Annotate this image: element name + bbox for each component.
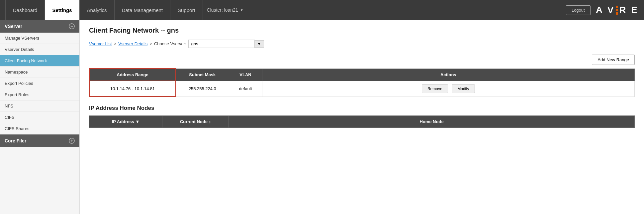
sidebar-item-client-facing-network[interactable]: Client Facing Network [0, 55, 79, 67]
add-new-range-button[interactable]: Add New Range [592, 55, 635, 65]
sidebar-item-export-policies[interactable]: Export Policies [0, 78, 79, 89]
ip-address-section-title: IP Address Home Nodes [89, 105, 635, 111]
col-header-ip-address: IP Address ▼ [89, 116, 162, 128]
nav-tab-analytics[interactable]: Analytics [80, 0, 115, 20]
logo-accent-bar [616, 6, 618, 15]
sidebar-section-icon: − [69, 23, 75, 29]
sidebar-section-core-filer[interactable]: Core Filer+ [0, 134, 79, 147]
nav-tab-dashboard[interactable]: Dashboard [5, 0, 45, 20]
breadcrumb: Vserver List > Vserver Details > Choose … [89, 40, 635, 48]
nav-tab-settings[interactable]: Settings [45, 0, 79, 20]
vserver-select-arrow[interactable]: ▼ [255, 40, 264, 48]
current-node-sort-icon: ↕ [209, 119, 211, 124]
cluster-arrow-icon: ▼ [240, 8, 243, 12]
topbar-right: Logout A V R E [566, 5, 639, 15]
choose-vserver-label: Choose Vserver: [154, 41, 186, 46]
topbar: DashboardSettingsAnalyticsData Managemen… [0, 0, 644, 20]
sidebar-item-vserver-details[interactable]: Vserver Details [0, 44, 79, 55]
vserver-select[interactable]: gns [188, 40, 255, 48]
sidebar-section-icon: + [69, 138, 75, 144]
logout-button[interactable]: Logout [566, 5, 591, 15]
nav-tabs: DashboardSettingsAnalyticsData Managemen… [5, 0, 247, 20]
sidebar: VServer−Manage VServersVserver DetailsCl… [0, 20, 80, 214]
cell-subnet-mask: 255.255.224.0 [176, 81, 229, 97]
table-row: 10.1.14.76 - 10.1.14.81 255.255.224.0 de… [89, 81, 635, 97]
vserver-select-wrapper: gns ▼ [188, 40, 264, 48]
sidebar-item-cifs[interactable]: CIFS [0, 112, 79, 123]
sidebar-item-export-rules[interactable]: Export Rules [0, 89, 79, 101]
breadcrumb-vserver-details[interactable]: Vserver Details [118, 41, 147, 46]
remove-button[interactable]: Remove [422, 85, 448, 93]
cluster-selector[interactable]: Cluster: loan21▼ [203, 7, 247, 13]
nav-tab-support[interactable]: Support [170, 0, 203, 20]
nav-tab-data-management[interactable]: Data Management [115, 0, 170, 20]
sidebar-item-manage-vservers[interactable]: Manage VServers [0, 33, 79, 44]
sidebar-section-vserver[interactable]: VServer− [0, 20, 79, 33]
cell-vlan: default [229, 81, 262, 97]
col-header-actions: Actions [262, 69, 635, 81]
ip-address-table: IP Address ▼ Current Node ↕ Home Node [89, 115, 635, 128]
ip-sort-icon: ▼ [135, 119, 139, 124]
sidebar-section-label: Core Filer [5, 138, 26, 143]
modify-button[interactable]: Modify [452, 85, 475, 93]
cluster-label: Cluster: loan21 [207, 7, 238, 13]
breadcrumb-sep-1: > [114, 41, 117, 46]
avere-logo: A V R E [596, 5, 639, 15]
col-header-vlan: VLAN [229, 69, 262, 81]
page-title: Client Facing Network -- gns [89, 27, 635, 34]
ip-address-section: IP Address Home Nodes IP Address ▼ Curre… [89, 105, 635, 128]
main-layout: VServer−Manage VServersVserver DetailsCl… [0, 20, 644, 214]
table-section: Add New Range Address Range Subnet Mask … [89, 55, 635, 105]
col-header-home-node: Home Node [229, 116, 635, 128]
cell-actions: Remove Modify [262, 81, 635, 97]
breadcrumb-sep-2: > [149, 41, 152, 46]
breadcrumb-vserver-list[interactable]: Vserver List [89, 41, 112, 46]
sidebar-item-cifs-shares[interactable]: CIFS Shares [0, 123, 79, 134]
content-area: Client Facing Network -- gns Vserver Lis… [80, 20, 644, 214]
address-range-table: Address Range Subnet Mask VLAN Actions 1… [89, 68, 635, 97]
cell-address-range: 10.1.14.76 - 10.1.14.81 [89, 81, 176, 97]
col-header-subnet-mask: Subnet Mask [176, 69, 229, 81]
col-header-current-node: Current Node ↕ [162, 116, 229, 128]
col-header-address-range: Address Range [89, 69, 176, 81]
sidebar-item-nfs[interactable]: NFS [0, 101, 79, 112]
sidebar-section-label: VServer [5, 24, 22, 29]
sidebar-item-namespace[interactable]: Namespace [0, 67, 79, 78]
